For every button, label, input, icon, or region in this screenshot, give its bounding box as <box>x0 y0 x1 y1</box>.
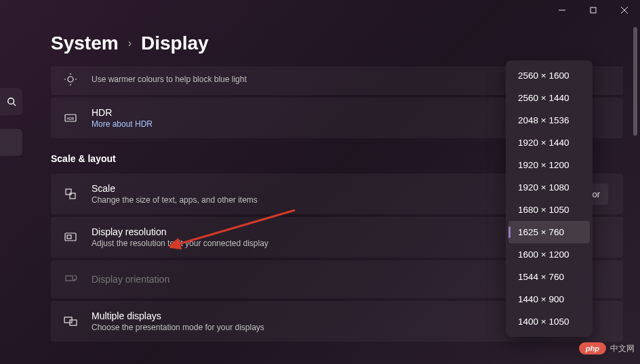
svg-point-6 <box>68 77 73 82</box>
scale-title: Scale <box>92 183 527 194</box>
search-button[interactable] <box>0 88 22 115</box>
svg-rect-16 <box>67 235 71 239</box>
sidebar-active-item[interactable] <box>0 129 22 156</box>
vertical-scrollbar[interactable] <box>633 27 637 361</box>
resolution-option[interactable]: 1625 × 760 <box>508 221 590 243</box>
sidebar <box>0 88 22 156</box>
svg-text:HDR: HDR <box>67 117 75 121</box>
multiple-displays-icon <box>63 314 78 329</box>
svg-rect-13 <box>66 189 71 195</box>
scrollbar-thumb[interactable] <box>633 27 637 136</box>
titlebar <box>546 0 640 20</box>
resolution-option[interactable]: 1400 × 1050 <box>508 310 590 333</box>
scale-sub: Change the size of text, apps, and other… <box>92 195 527 205</box>
svg-line-5 <box>13 104 16 106</box>
resolution-option[interactable]: 1920 × 1440 <box>508 132 590 154</box>
resolution-option[interactable]: 1544 × 760 <box>508 266 590 288</box>
watermark: php 中文网 <box>579 342 635 355</box>
resolution-dropdown[interactable]: 2560 × 16002560 × 14402048 × 15361920 × … <box>506 60 593 337</box>
resolution-icon <box>63 230 78 245</box>
night-light-icon <box>63 72 78 87</box>
orientation-icon <box>63 272 78 287</box>
breadcrumb: System › Display <box>51 33 623 54</box>
watermark-text: 中文网 <box>610 343 635 355</box>
svg-rect-14 <box>70 193 75 199</box>
resolution-option[interactable]: 1440 × 900 <box>508 288 590 310</box>
scale-icon <box>63 186 78 201</box>
chevron-right-icon: › <box>128 37 132 49</box>
svg-rect-17 <box>66 276 73 281</box>
watermark-badge: php <box>579 342 606 355</box>
minimize-button[interactable] <box>546 0 578 20</box>
resolution-option[interactable]: 2560 × 1440 <box>508 87 590 109</box>
resolution-option[interactable]: 2560 × 1600 <box>508 64 590 87</box>
resolution-option[interactable]: 1920 × 1080 <box>508 176 590 199</box>
svg-point-4 <box>7 98 14 104</box>
resolution-option[interactable]: 1680 × 1050 <box>508 199 590 221</box>
page-title: Display <box>141 33 209 54</box>
hdr-icon: HDR <box>63 110 78 125</box>
svg-rect-1 <box>591 7 596 13</box>
breadcrumb-parent[interactable]: System <box>51 33 119 54</box>
resolution-option[interactable]: 1600 × 1200 <box>508 243 590 266</box>
close-button[interactable] <box>609 0 640 20</box>
resolution-option[interactable]: 2048 × 1536 <box>508 109 590 132</box>
resolution-option[interactable]: 1920 × 1200 <box>508 154 590 176</box>
maximize-button[interactable] <box>578 0 609 20</box>
